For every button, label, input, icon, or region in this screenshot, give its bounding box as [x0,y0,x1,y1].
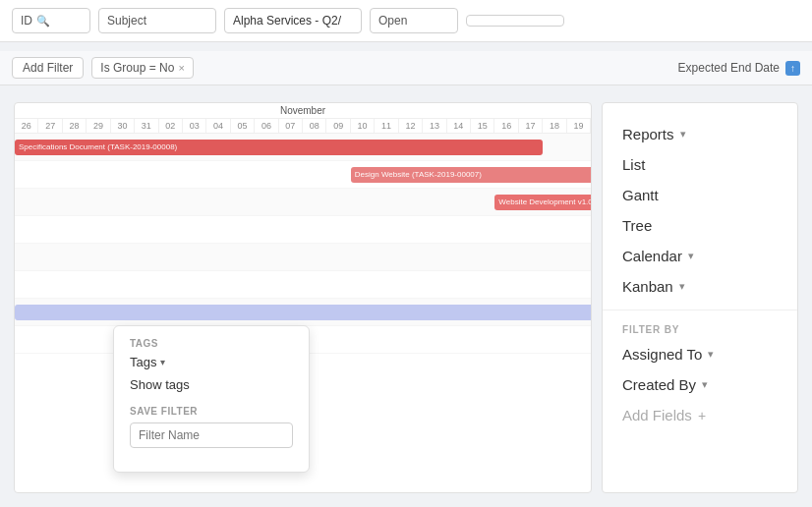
calendar-day: 05 [231,119,255,133]
calendar-month: November [15,103,591,119]
gantt-row [15,299,591,326]
right-sidebar: Reports ▾ List Gantt Tree Calendar ▾ Kan… [602,102,798,493]
filter-bar-secondary: Add Filter Is Group = No × Expected End … [0,51,812,85]
calendar-day: 02 [159,119,183,133]
calendar-day: 07 [279,119,303,133]
task-bar[interactable]: Website Development v1.0 (TASK-2019-0000… [494,195,592,210]
extra-filter[interactable] [466,15,564,27]
subject-placeholder: Subject [107,14,146,28]
calendar-day: 03 [183,119,206,133]
calendar-label: Calendar [622,248,682,264]
calendar-day: 18 [543,119,566,133]
id-placeholder: ID [21,14,32,28]
calendar-day: 08 [303,119,326,133]
active-filters: Add Filter Is Group = No × [12,57,194,79]
filter-bar: ID 🔍 Subject Alpha Services - Q2/ Open [0,0,812,42]
tags-dropdown-arrow-icon: ▾ [160,357,165,367]
task-bar[interactable]: Pre Release Campaign (TASK-2019-00…) [591,277,592,293]
subject-filter[interactable]: Subject [98,8,216,33]
calendar-day: 19 [567,119,591,133]
calendar-day: 09 [326,119,350,133]
calendar-day: 11 [375,119,398,133]
sidebar-divider [603,310,797,310]
calendar-day: 06 [255,119,278,133]
gantt-label: Gantt [622,187,659,203]
task-bar[interactable] [15,305,592,320]
add-fields-label: Add Fields [622,407,692,423]
add-fields-icon: + [698,408,706,423]
filter-name-input[interactable] [130,422,293,448]
sidebar-item-gantt[interactable]: Gantt [603,180,797,210]
project-value: Alpha Services - Q2/ [233,14,341,28]
remove-filter-button[interactable]: × [178,62,184,74]
created-by-dropdown-icon: ▾ [702,378,708,391]
group-filter-tag: Is Group = No × [91,57,193,79]
sidebar-item-calendar[interactable]: Calendar ▾ [603,241,797,271]
tags-dropdown-label: Tags [130,355,156,369]
calendar-day: 17 [519,119,543,133]
sidebar-item-assigned-to[interactable]: Assigned To ▾ [603,339,797,369]
assigned-to-dropdown-icon: ▾ [708,348,714,361]
project-filter[interactable]: Alpha Services - Q2/ [224,8,362,33]
kanban-dropdown-icon: ▾ [679,280,685,293]
task-bar[interactable]: Specifications Document (TASK-2019-00008… [15,140,543,155]
gantt-row: Specifications Document (TASK-2019-00008… [15,134,591,161]
tags-dropdown[interactable]: Tags ▾ [130,355,293,369]
filter-by-label: FILTER BY [603,318,797,339]
calendar-day: 29 [87,119,110,133]
kanban-label: Kanban [622,278,673,295]
calendar-days: 2627282930310203040506070809101112131415… [15,119,591,134]
created-by-label: Created By [622,376,696,393]
show-tags-option[interactable]: Show tags [130,375,293,394]
gantt-row: Design Website (TASK-2019-00007) [15,161,591,189]
gantt-row: v1.0 beta testing [15,244,591,271]
gantt-row: v1.0 alpha testing (TASK-2019-00… [15,216,591,244]
calendar-day: 28 [63,119,87,133]
tags-section-label: TAGS [130,338,293,349]
reports-dropdown-icon: ▾ [680,128,686,141]
calendar-day: 13 [423,119,446,133]
gantt-body: Specifications Document (TASK-2019-00008… [15,134,591,354]
search-icon: 🔍 [36,15,50,28]
gantt-chart: November 2627282930310203040506070809101… [14,102,592,493]
calendar-dropdown-icon: ▾ [688,250,694,262]
calendar-day: 12 [399,119,423,133]
tags-section: TAGS Tags ▾ Show tags [130,338,293,394]
save-filter-section: SAVE FILTER [130,406,293,448]
calendar-day: 26 [15,119,38,133]
add-filter-button[interactable]: Add Filter [12,57,84,79]
assigned-to-label: Assigned To [622,346,702,363]
calendar-day: 16 [494,119,518,133]
gantt-row: Pre Release Campaign (TASK-2019-00…) [15,271,591,299]
tags-popup: TAGS Tags ▾ Show tags SAVE FILTER [113,325,310,473]
sidebar-item-add-fields[interactable]: Add Fields + [603,400,797,430]
save-filter-label: SAVE FILTER [130,406,293,417]
sort-direction-icon[interactable]: ↑ [785,61,800,76]
reports-label: Reports [622,126,674,142]
task-bar[interactable]: Design Website (TASK-2019-00007) [351,167,592,183]
gantt-row: Website Development v1.0 (TASK-2019-0000… [15,189,591,216]
calendar-day: 31 [135,119,158,133]
list-label: List [622,156,645,173]
sidebar-item-created-by[interactable]: Created By ▾ [603,369,797,400]
calendar-day: 14 [447,119,471,133]
sidebar-item-list[interactable]: List [603,149,797,180]
expected-end-label: Expected End Date [678,61,780,75]
tree-label: Tree [622,217,652,234]
sidebar-item-tree[interactable]: Tree [603,210,797,241]
filter-tag-text: Is Group = No [100,61,174,75]
calendar-day: 10 [351,119,375,133]
sidebar-item-kanban[interactable]: Kanban ▾ [603,271,797,302]
status-value: Open [378,14,407,28]
calendar-day: 04 [206,119,230,133]
status-filter[interactable]: Open [370,8,458,33]
main-content: November 2627282930310203040506070809101… [0,88,812,507]
calendar-day: 30 [111,119,135,133]
calendar-day: 15 [471,119,494,133]
sidebar-item-reports[interactable]: Reports ▾ [603,119,797,149]
id-filter[interactable]: ID 🔍 [12,8,90,33]
calendar-day: 27 [38,119,62,133]
sort-control[interactable]: Expected End Date ↑ [678,61,800,76]
